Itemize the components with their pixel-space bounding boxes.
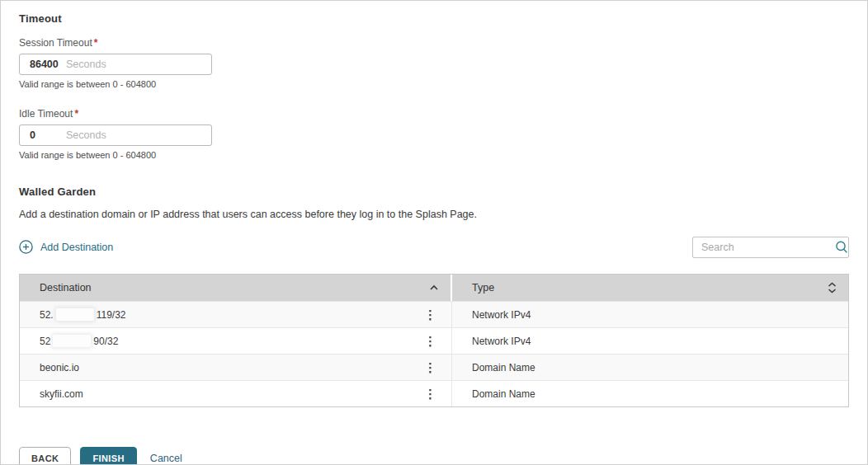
add-destination-button[interactable]: Add Destination [19,240,113,254]
kebab-menu-icon[interactable]: ⋮ [417,307,443,322]
idle-timeout-label: Idle Timeout* [19,108,849,120]
type-cell: Domain Name [452,355,848,380]
sort-unsorted-icon[interactable] [828,282,837,294]
sort-ascending-icon[interactable] [429,284,439,291]
destination-cell: beonic.io ⋮ [20,355,452,380]
kebab-menu-icon[interactable]: ⋮ [417,333,443,349]
destination-value: skyfii.com [40,388,83,400]
idle-timeout-input[interactable] [30,129,64,141]
idle-timeout-field: Idle Timeout* Seconds Valid range is bet… [19,108,849,160]
destinations-table: Destination Type 52.119/32 [19,274,849,407]
destination-prefix: 52. [40,309,54,321]
search-input[interactable] [701,242,834,253]
type-cell: Network IPv4 [452,328,848,354]
finish-button[interactable]: FINISH [80,447,136,465]
session-timeout-unit: Seconds [66,59,106,70]
destination-value: beonic.io [40,362,79,373]
destination-suffix: 90/32 [93,336,118,347]
idle-timeout-label-text: Idle Timeout [19,108,73,120]
type-cell: Domain Name [452,381,848,406]
add-destination-label: Add Destination [40,242,113,253]
destination-value: 52.119/32 [40,308,126,321]
table-row: skyfii.com ⋮ Domain Name [20,380,848,406]
walled-garden-toolbar: Add Destination [19,236,849,258]
session-timeout-helper: Valid range is between 0 - 604800 [19,79,849,89]
idle-timeout-helper: Valid range is between 0 - 604800 [19,150,849,160]
column-header-type[interactable]: Type [452,275,848,301]
table-row: 52.119/32 ⋮ Network IPv4 [20,301,848,327]
session-timeout-field: Session Timeout* Seconds Valid range is … [19,37,849,89]
session-timeout-label: Session Timeout* [19,37,849,49]
destination-cell: 52.119/32 ⋮ [20,302,452,327]
destination-value: 5290/32 [40,335,118,347]
table-header-row: Destination Type [20,275,848,301]
back-button[interactable]: BACK [19,447,71,465]
type-cell: Network IPv4 [452,302,848,327]
walled-garden-section-title: Walled Garden [19,186,849,198]
timeout-section-title: Timeout [19,12,849,25]
destination-prefix: 52 [40,336,50,347]
search-icon[interactable] [834,240,849,255]
idle-timeout-unit: Seconds [66,129,106,141]
session-timeout-label-text: Session Timeout [19,37,92,49]
session-timeout-input-box[interactable]: Seconds [19,54,212,75]
session-timeout-input[interactable] [30,59,64,70]
type-column-label: Type [472,282,494,294]
kebab-menu-icon[interactable]: ⋮ [417,359,443,375]
redacted-text [53,335,91,347]
destination-cell: skyfii.com ⋮ [20,381,452,406]
idle-timeout-input-box[interactable]: Seconds [19,124,212,146]
search-box[interactable] [692,237,849,258]
plus-circle-icon [19,240,33,254]
table-row: 5290/32 ⋮ Network IPv4 [20,327,848,354]
footer-actions: BACK FINISH Cancel [19,447,849,465]
required-asterisk: * [94,37,98,49]
destination-column-label: Destination [40,282,92,294]
destination-suffix: 119/32 [97,309,126,321]
table-row: beonic.io ⋮ Domain Name [20,354,848,380]
redacted-text [56,308,94,321]
required-asterisk: * [74,108,78,120]
walled-garden-description: Add a destination domain or IP address t… [19,209,849,220]
cancel-link[interactable]: Cancel [150,453,182,464]
kebab-menu-icon[interactable]: ⋮ [417,386,443,402]
destination-cell: 5290/32 ⋮ [20,328,452,354]
settings-page: Timeout Session Timeout* Seconds Valid r… [0,0,868,465]
column-header-destination[interactable]: Destination [20,275,452,301]
